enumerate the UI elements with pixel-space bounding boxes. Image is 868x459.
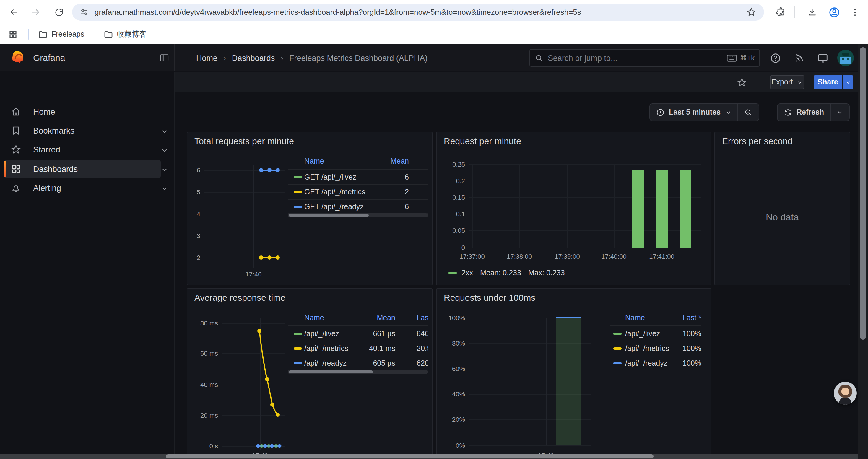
- chevron-down-icon[interactable]: [161, 165, 168, 173]
- extensions-icon[interactable]: [773, 5, 788, 20]
- chevron-down-icon[interactable]: [161, 146, 168, 154]
- forward-icon[interactable]: [28, 5, 43, 20]
- url-bar[interactable]: [72, 4, 764, 21]
- legend-header-last[interactable]: Last *: [416, 314, 428, 322]
- legend-row[interactable]: /api/_/metrics 100%: [610, 342, 701, 356]
- refresh-group: Refresh: [777, 103, 849, 121]
- legend-header-name[interactable]: Name: [304, 157, 324, 165]
- legend-header-mean[interactable]: Mean: [376, 157, 409, 165]
- bookmarks-bar: Freeleaps 收藏博客: [0, 24, 868, 44]
- share-button[interactable]: Share: [814, 75, 842, 89]
- grafana-app: Grafana Home › Dashboards › Freeleaps Me…: [0, 44, 868, 459]
- chevron-down-icon[interactable]: [161, 184, 168, 192]
- assistant-avatar[interactable]: [834, 382, 857, 405]
- series-last: 620 µs: [416, 359, 428, 367]
- panel-total-requests[interactable]: Total requests per minute 6 5 4 3 2 17:4…: [187, 132, 433, 285]
- breadcrumb-dashboards[interactable]: Dashboards: [232, 54, 275, 62]
- legend-header-last[interactable]: Last *: [666, 314, 701, 322]
- clock-icon: [656, 108, 665, 117]
- search-icon: [535, 54, 544, 62]
- bookmark-star-icon[interactable]: [745, 6, 757, 18]
- x-tick: 17:39:00: [555, 253, 580, 260]
- area-fill: [556, 318, 581, 446]
- sidebar-item-starred[interactable]: Starred: [0, 140, 175, 158]
- news-rss-icon[interactable]: [793, 52, 805, 64]
- series-swatch: [613, 362, 622, 364]
- screen: Freeleaps 收藏博客 Grafana: [0, 0, 868, 459]
- toolbar-divider: [794, 6, 795, 18]
- dashboard-toolbar: Export Share: [175, 72, 858, 92]
- vertical-scrollbar-thumb[interactable]: [860, 47, 866, 340]
- legend[interactable]: 2xx Mean: 0.233 Max: 0.233: [448, 268, 565, 278]
- mega-menu-toggle-icon[interactable]: [158, 52, 170, 64]
- profile-icon[interactable]: [827, 5, 841, 20]
- horizontal-scrollbar[interactable]: [0, 454, 858, 459]
- series-last: 646 µs: [416, 330, 428, 338]
- horizontal-scrollbar-thumb[interactable]: [166, 454, 653, 458]
- downloads-icon[interactable]: [805, 5, 819, 20]
- series-mean: 6: [376, 203, 409, 211]
- search-input[interactable]: Search or jump to... ⌘+k: [529, 49, 760, 67]
- share-menu-button[interactable]: [843, 75, 853, 89]
- legend-row[interactable]: GET /api/_/metrics 2: [288, 186, 428, 199]
- panel-requests-under-100ms[interactable]: Requests under 100ms 100% 80% 60% 40% 20…: [436, 288, 711, 459]
- sidebar-item-dashboards[interactable]: Dashboards: [0, 160, 175, 178]
- x-tick: 17:38:00: [507, 253, 532, 260]
- favorite-star-icon[interactable]: [736, 77, 747, 88]
- series-swatch: [294, 191, 302, 193]
- bookmark-folder-freeleaps[interactable]: Freeleaps: [38, 28, 84, 40]
- chevron-down-icon: [796, 79, 803, 85]
- grafana-logo-icon[interactable]: [9, 50, 26, 66]
- brand-name: Grafana: [33, 53, 65, 63]
- bookmark-icon: [11, 125, 21, 136]
- breadcrumb-separator: ›: [281, 54, 283, 62]
- apps-grid-icon[interactable]: [8, 28, 18, 40]
- refresh-icon: [783, 108, 793, 117]
- legend-row[interactable]: /api/_/readyz 605 µs 620 µs: [288, 357, 428, 370]
- site-settings-icon[interactable]: [78, 6, 90, 18]
- refresh-interval-button[interactable]: [831, 104, 849, 121]
- legend-header-name[interactable]: Name: [304, 314, 324, 322]
- user-avatar[interactable]: [837, 50, 854, 66]
- legend-row[interactable]: /api/_/metrics 40.1 ms 20.5 ms: [288, 342, 428, 356]
- panel-request-per-minute[interactable]: Request per minute 0.25 0.2 0.15 0.1 0.0…: [436, 132, 711, 285]
- monitor-icon[interactable]: [816, 52, 829, 64]
- grafana-header: Grafana Home › Dashboards › Freeleaps Me…: [0, 44, 868, 71]
- sidebar-item-alerting[interactable]: Alerting: [0, 179, 175, 197]
- vertical-scrollbar[interactable]: [858, 44, 868, 459]
- toolbar-divider: [756, 76, 756, 88]
- export-button[interactable]: Export: [770, 75, 804, 89]
- url-input[interactable]: [95, 8, 745, 17]
- sidebar-item-bookmarks[interactable]: Bookmarks: [0, 122, 175, 139]
- sidebar-item-home[interactable]: Home: [0, 103, 175, 121]
- back-icon[interactable]: [6, 5, 21, 20]
- y-tick: 0: [437, 244, 465, 251]
- legend-scrollbar[interactable]: [288, 370, 428, 374]
- series-swatch: [613, 333, 622, 335]
- legend-row[interactable]: GET /api/_/livez 6: [288, 171, 428, 184]
- browser-menu-icon[interactable]: [847, 5, 862, 20]
- legend-header-mean[interactable]: Mean: [359, 314, 395, 322]
- legend-row[interactable]: /api/_/livez 661 µs 646 µs: [288, 327, 428, 341]
- chevron-down-icon: [836, 109, 843, 116]
- panel-average-response-time[interactable]: Average response time 80 ms 60 ms 40 ms …: [187, 288, 433, 459]
- zoom-out-button[interactable]: [738, 104, 758, 121]
- refresh-button[interactable]: Refresh: [778, 104, 830, 121]
- panel-errors-per-second[interactable]: Errors per second No data: [714, 132, 850, 285]
- bookmark-folder-blogs[interactable]: 收藏博客: [103, 28, 147, 40]
- legend-header-name[interactable]: Name: [625, 314, 645, 322]
- chevron-down-icon[interactable]: [161, 127, 168, 135]
- y-tick: 40%: [437, 391, 465, 398]
- bookmarks-divider: [28, 29, 29, 40]
- help-icon[interactable]: [769, 52, 782, 64]
- time-range-picker[interactable]: Last 5 minutes: [650, 104, 737, 121]
- legend-scrollbar[interactable]: [288, 213, 428, 218]
- legend-row[interactable]: /api/_/livez 100%: [610, 327, 701, 341]
- series-name: /api/_/livez: [304, 330, 339, 338]
- breadcrumb-home[interactable]: Home: [196, 54, 217, 62]
- legend-row[interactable]: /api/_/readyz 100%: [610, 357, 701, 370]
- legend-row[interactable]: GET /api/_/readyz 6: [288, 200, 428, 214]
- legend-table: Name Mean Last * /api/_/livez 661 µs 646…: [288, 313, 428, 379]
- star-icon: [11, 144, 21, 155]
- reload-icon[interactable]: [52, 5, 66, 20]
